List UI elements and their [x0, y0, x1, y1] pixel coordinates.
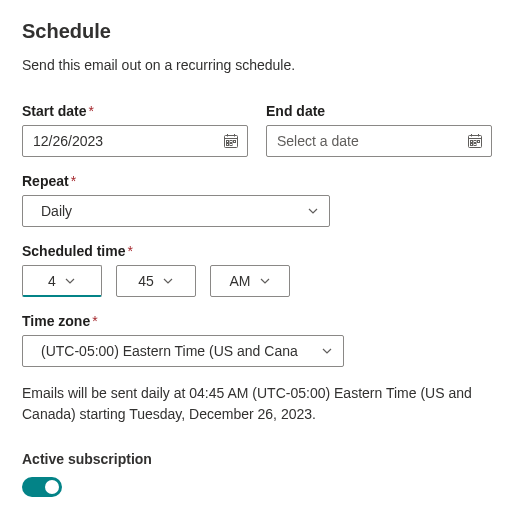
required-mark: * [71, 173, 76, 189]
repeat-label: Repeat* [22, 173, 492, 189]
start-date-label: Start date* [22, 103, 248, 119]
svg-rect-14 [474, 141, 476, 143]
svg-rect-4 [227, 141, 229, 143]
start-date-input[interactable]: 12/26/2023 [22, 125, 248, 157]
svg-rect-15 [478, 141, 480, 143]
minute-select[interactable]: 45 [116, 265, 196, 297]
minute-value: 45 [138, 273, 154, 289]
active-subscription-toggle[interactable] [22, 477, 62, 497]
svg-rect-16 [471, 144, 473, 146]
svg-rect-17 [474, 144, 476, 146]
end-date-placeholder: Select a date [277, 133, 359, 149]
calendar-icon [223, 133, 239, 149]
end-date-input[interactable]: Select a date [266, 125, 492, 157]
svg-rect-6 [234, 141, 236, 143]
ampm-select[interactable]: AM [210, 265, 290, 297]
time-zone-label: Time zone* [22, 313, 492, 329]
page-title: Schedule [22, 20, 492, 43]
svg-rect-8 [230, 144, 232, 146]
svg-rect-7 [227, 144, 229, 146]
svg-rect-5 [230, 141, 232, 143]
required-mark: * [92, 313, 97, 329]
calendar-icon [467, 133, 483, 149]
hour-value: 4 [48, 273, 56, 289]
chevron-down-icon [259, 275, 271, 287]
end-date-label: End date [266, 103, 492, 119]
chevron-down-icon [321, 345, 333, 357]
repeat-select[interactable]: Daily [22, 195, 330, 227]
repeat-value: Daily [41, 203, 72, 219]
svg-rect-13 [471, 141, 473, 143]
toggle-knob [45, 480, 59, 494]
page-subtitle: Send this email out on a recurring sched… [22, 57, 492, 73]
active-subscription-label: Active subscription [22, 451, 492, 467]
required-mark: * [89, 103, 94, 119]
chevron-down-icon [64, 275, 76, 287]
chevron-down-icon [307, 205, 319, 217]
schedule-summary: Emails will be sent daily at 04:45 AM (U… [22, 383, 492, 425]
time-zone-value: (UTC-05:00) Eastern Time (US and Cana [41, 343, 298, 359]
chevron-down-icon [162, 275, 174, 287]
start-date-value: 12/26/2023 [33, 133, 103, 149]
ampm-value: AM [230, 273, 251, 289]
hour-select[interactable]: 4 [22, 265, 102, 297]
scheduled-time-label: Scheduled time* [22, 243, 492, 259]
time-zone-select[interactable]: (UTC-05:00) Eastern Time (US and Cana [22, 335, 344, 367]
required-mark: * [127, 243, 132, 259]
scheduled-time-row: 4 45 AM [22, 265, 492, 297]
